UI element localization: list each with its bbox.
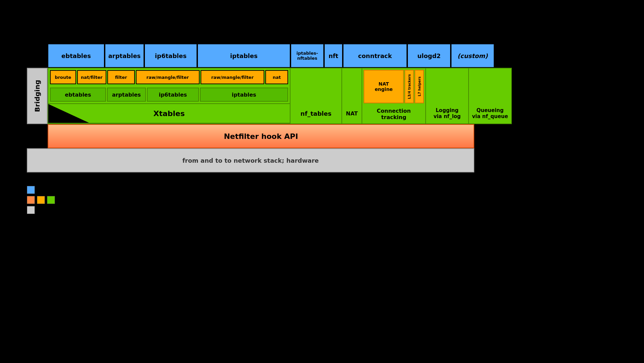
nf-tables-column: nf_tables [290, 68, 342, 124]
nf-tables-label: nf_tables [290, 103, 341, 123]
main-area: Bridging broute nat/filter filter raw/ma… [27, 68, 512, 124]
cell-ip6tables: ip6tables [147, 88, 199, 102]
legend-gray-box [27, 206, 35, 214]
legend [27, 186, 512, 214]
legend-salmon-box [27, 196, 35, 204]
legend-row-2 [27, 196, 512, 204]
cell-nat-filter: nat/filter [77, 70, 106, 84]
legend-green-box [47, 196, 55, 204]
cell-broute: broute [50, 70, 76, 84]
legend-orange-box [37, 196, 45, 204]
l7-helpers: L7 helpers [415, 70, 424, 103]
network-stack-cell: from and to to network stack; hardware [27, 148, 474, 172]
cell-ebtables: ebtables [50, 88, 106, 102]
header-conntrack: conntrack [343, 44, 407, 68]
legend-blue-box [27, 186, 35, 194]
logging-label: Loggingvia nf_log [433, 107, 461, 119]
orange-row: broute nat/filter filter raw/mangle/filt… [48, 68, 290, 86]
cell-arptables: arptables [107, 88, 146, 102]
network-stack-row: from and to to network stack; hardware [27, 148, 512, 172]
l34-trackers: L3/4 trackers [405, 70, 414, 103]
header-ebtables: ebtables [48, 44, 105, 68]
connection-tracking-label: Connection tracking [364, 108, 424, 120]
l7-label: L7 helpers [418, 77, 421, 97]
queueing-cell: Queueingvia nf_queue [469, 103, 511, 123]
header-iptables-nftables: iptables-nftables [290, 44, 324, 68]
hook-api-cell: Netfilter hook API [48, 124, 474, 148]
network-stack-label: from and to to network stack; hardware [182, 157, 319, 164]
nat-top-space [342, 68, 362, 103]
green-label-row: ebtables arptables ip6tables iptables [48, 86, 290, 103]
header-ip6tables: ip6tables [144, 44, 197, 68]
top-header-row: ebtables arptables ip6tables iptables ip… [48, 44, 512, 68]
nat-engine-cell: NAT engine [364, 70, 404, 103]
logging-column: Loggingvia nf_log [425, 68, 469, 124]
cell-nat: nat [265, 70, 288, 84]
green-left-area: broute nat/filter filter raw/mangle/filt… [48, 68, 290, 124]
queueing-top-space [469, 68, 511, 103]
nat-label: NAT [342, 103, 362, 123]
nat-engine-label2: engine [375, 87, 393, 92]
black-triangle [48, 104, 92, 123]
l34-label: L3/4 trackers [408, 74, 411, 99]
conntrack-column: NAT engine L3/4 trackers L7 helpers Conn… [362, 68, 426, 124]
header-arptables: arptables [105, 44, 144, 68]
xtables-label: Xtables [153, 109, 185, 118]
header-iptables: iptables [197, 44, 290, 68]
bridging-label: Bridging [27, 68, 48, 124]
cell-raw-mangle-filter-1: raw/mangle/filter [136, 70, 200, 84]
queueing-label: Queueingvia nf_queue [472, 107, 508, 119]
logging-top-space [426, 68, 468, 103]
cell-filter: filter [107, 70, 135, 84]
header-custom: (custom) [451, 44, 494, 68]
connection-tracking-cell: Connection tracking [362, 105, 425, 123]
nat-column: NAT [341, 68, 362, 124]
hook-api-row: Netfilter hook API [48, 124, 512, 148]
xtables-area: Xtables [48, 103, 290, 123]
nat-engine-label: NAT [378, 81, 389, 87]
legend-row-1 [27, 186, 512, 194]
logging-cell: Loggingvia nf_log [426, 103, 468, 123]
hook-api-label: Netfilter hook API [224, 132, 298, 141]
queueing-column: Queueingvia nf_queue [468, 68, 512, 124]
cell-raw-mangle-filter-2: raw/mangle/filter [201, 70, 264, 84]
conntrack-top: NAT engine L3/4 trackers L7 helpers [362, 68, 425, 105]
header-nft: nft [324, 44, 343, 68]
nf-tables-top-space [290, 68, 341, 103]
diagram-container: ebtables arptables ip6tables iptables ip… [27, 44, 512, 216]
legend-row-3 [27, 206, 512, 214]
header-ulogd2: ulogd2 [407, 44, 451, 68]
cell-iptables: iptables [200, 88, 288, 102]
